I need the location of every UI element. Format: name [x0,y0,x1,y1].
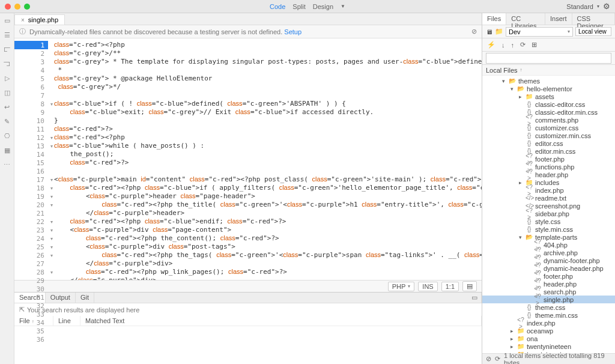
file-filter-input[interactable] [486,53,611,64]
close-notice-icon[interactable]: ⊘ [471,28,477,35]
file-item[interactable]: <?>functions.php [482,163,615,171]
file-item[interactable]: {}style.css [482,217,615,225]
tree-toggle-icon[interactable]: ▾ [516,234,524,240]
code-line[interactable]: class="c-red"><?php [48,41,482,49]
line-number[interactable]: 6 [14,83,48,91]
file-item[interactable]: {}theme.min.css [482,311,615,319]
code-line[interactable]: class="c-blue">while ( have_posts() ) : [48,142,482,150]
code-line[interactable]: <class="c-purple">main id="content" clas… [48,175,482,184]
line-number[interactable]: 30 [14,285,48,293]
file-item[interactable]: {}style.min.css [482,225,615,233]
activity-icon[interactable]: ⟳ [495,355,500,363]
code-editor[interactable]: 12345678▾9101112▾13▾14151617▾18▾19▾20▾21… [14,38,482,280]
collapse-icon[interactable]: ▦ [3,147,11,155]
file-item[interactable]: <?>header.php [482,171,615,178]
tab-cc-libraries[interactable]: CC Libraries [506,13,545,25]
folder-item[interactable]: ▸📁assets [482,93,615,100]
code-line[interactable]: class="c-red">?> [48,159,482,167]
site-selector[interactable]: Dev▾ [506,27,573,37]
line-number[interactable]: 2 [14,49,48,58]
code-line[interactable]: class="c-grey">*/ [48,83,482,91]
tab-single-php[interactable]: × single.php [14,14,65,25]
code-line[interactable]: class="c-red"><?php wp_link_pages(); cla… [48,268,482,276]
code-line[interactable]: } [48,117,482,125]
line-number[interactable]: 12▾ [14,133,48,142]
tree-toggle-icon[interactable]: ▸ [516,180,524,186]
fold-toggle-icon[interactable]: ▾ [50,186,53,191]
line-number[interactable]: 18▾ [14,184,48,192]
put-icon[interactable]: ↑ [511,41,515,49]
tree-toggle-icon[interactable]: ▸ [516,94,524,100]
line-number[interactable]: 26▾ [14,251,48,259]
split-vert-icon[interactable]: ⫎ [3,60,11,68]
fold-toggle-icon[interactable]: ▾ [50,194,53,199]
minimize-panel-icon[interactable]: ▭ [468,293,482,303]
file-mgmt-icon[interactable]: ▭ [3,17,11,25]
code-area[interactable]: class="c-red"><?phpclass="c-grey">/**cla… [48,38,482,280]
file-item[interactable]: </>screenshot.png [482,202,615,210]
workspace-selector[interactable]: Standard [566,3,593,10]
file-item[interactable]: <?>archive.php [482,249,615,256]
line-number[interactable]: 13▾ [14,142,48,150]
line-number[interactable]: 22▾ [14,217,48,226]
line-number[interactable]: 34 [14,318,48,327]
file-item[interactable]: <?>comments.php [482,116,615,124]
line-number[interactable]: 3 [14,58,48,66]
tab-css-designer[interactable]: CSS Designer [572,13,615,25]
file-item[interactable]: <?>search.php [482,288,615,296]
line-number[interactable]: 35 [14,327,48,335]
line-number[interactable]: 14 [14,150,48,159]
view-code[interactable]: Code [270,3,285,10]
file-item[interactable]: {}customizer.css [482,124,615,132]
code-line[interactable]: </class="c-purple">header> [48,209,482,217]
overview-icon[interactable]: ▤ [462,281,477,291]
code-line[interactable]: class="c-red"><?php [48,133,482,142]
code-line[interactable]: * [48,66,482,74]
tree-toggle-icon[interactable]: ▾ [499,78,507,84]
line-number[interactable]: 23▾ [14,226,48,234]
code-line[interactable]: </class="c-purple">div> [48,259,482,268]
insert-mode[interactable]: INS [418,282,437,291]
code-line[interactable]: <class="c-purple">header class="page-hea… [48,192,482,201]
line-number[interactable]: 28▾ [14,268,48,276]
fold-toggle-icon[interactable]: ▾ [50,144,53,149]
tree-toggle-icon[interactable]: ▸ [507,344,516,350]
fold-toggle-icon[interactable]: ▾ [50,270,53,275]
col-line[interactable]: Line [53,316,80,326]
file-item[interactable]: {}editor.min.css [482,147,615,155]
line-number[interactable]: 25▾ [14,243,48,251]
code-line[interactable]: class="c-blue">exit; class="c-grey">// E… [48,108,482,117]
code-line[interactable]: class="c-blue">if ( ! class="c-blue">def… [48,100,482,108]
line-number[interactable]: 21 [14,209,48,217]
line-number[interactable]: 31 [14,293,48,302]
tab-output[interactable]: Output [46,293,76,303]
fold-toggle-icon[interactable]: ▾ [50,177,53,183]
minimize-window-button[interactable] [14,4,20,10]
code-line[interactable] [48,167,482,175]
stop-icon[interactable]: ⊘ [486,355,491,363]
file-item[interactable]: <?>index.php [482,319,615,327]
view-selector[interactable]: Local view [575,27,611,36]
view-split[interactable]: Split [292,3,305,10]
line-number[interactable]: 24▾ [14,234,48,243]
code-line[interactable]: class="c-red"><?php class="c-blue">endif… [48,217,482,226]
folder-item[interactable]: ▾📂template-parts [482,233,615,241]
line-number[interactable]: 15 [14,159,48,167]
fold-toggle-icon[interactable]: ▾ [50,202,53,208]
line-number[interactable]: 17▾ [14,175,48,184]
live-view-icon[interactable]: ▷ [3,74,11,83]
code-line[interactable]: class="c-red"><?php class="c-blue">if ( … [48,184,482,192]
file-item[interactable]: {}classic-editor.css [482,100,615,108]
view-design[interactable]: Design [313,3,333,10]
file-tree[interactable]: ▾📂themes▾📂hello-elementor▸📁assets{}class… [482,76,615,353]
get-icon[interactable]: ↓ [501,41,505,49]
line-number[interactable]: 7 [14,91,48,100]
folder-item[interactable]: ▾📂hello-elementor [482,85,615,93]
file-item[interactable]: <?>footer.php [482,272,615,280]
code-line[interactable]: <class="c-purple">div class="post-tags"> [48,243,482,251]
fold-toggle-icon[interactable]: ▾ [50,236,53,241]
preview-icon[interactable]: ◫ [3,89,11,97]
col-matched[interactable]: Matched Text [80,316,482,326]
file-item[interactable]: <?>404.php [482,241,615,249]
chevron-down-icon[interactable]: ▼ [341,4,345,9]
